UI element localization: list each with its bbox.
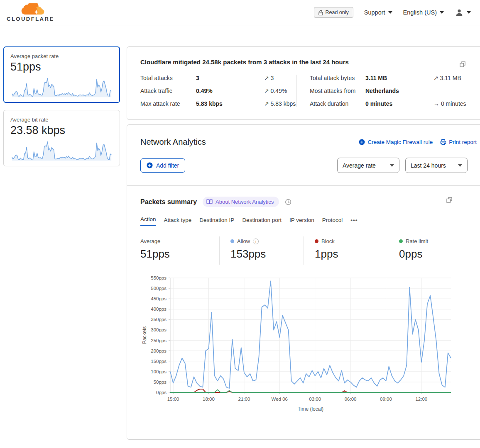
y-tick-label: 150pps — [151, 359, 167, 364]
print-report-link[interactable]: Print report — [440, 139, 477, 145]
info-icon[interactable]: i — [253, 239, 259, 244]
series-rate-limit — [170, 390, 451, 393]
stat-average: Average 51pps — [140, 236, 219, 265]
summary-row-value: Netherlands — [365, 88, 428, 94]
stat-value: 51pps — [140, 248, 219, 261]
summary-row-trend: → 0 minutes — [433, 100, 478, 107]
summary-row-label: Attack traffic — [140, 88, 190, 94]
language-label: English (US) — [403, 9, 437, 16]
tab-ip-version[interactable]: IP version — [289, 217, 314, 226]
chevron-down-icon — [388, 11, 392, 14]
card-average-bit-rate[interactable]: Average bit rate 23.58 kbps — [3, 110, 120, 166]
summary-row-label: Most attacks from — [310, 88, 360, 94]
y-tick-label: 550pps — [151, 275, 167, 280]
y-tick-label: 200pps — [151, 348, 167, 353]
about-badge-label: About Network Analytics — [216, 199, 274, 205]
summary-row-label: Total attacks — [140, 75, 190, 81]
summary-left-column: Total attacks 3 ↗ 3 Attack traffic 0.49%… — [140, 75, 296, 107]
summary-row-label: Attack duration — [310, 100, 360, 107]
packets-summary-section: Packets summary About Network Analytics — [127, 186, 480, 415]
x-tick-label: 03:00 — [309, 397, 321, 402]
tab-action[interactable]: Action — [140, 216, 156, 226]
card-average-packet-rate[interactable]: Average packet rate 51pps — [3, 46, 120, 103]
stat-value: 153pps — [230, 248, 304, 261]
stat-label: Allow — [237, 238, 250, 244]
support-menu[interactable]: Support — [364, 9, 392, 16]
tabs-more-button[interactable]: ••• — [350, 217, 358, 226]
language-menu[interactable]: English (US) — [403, 9, 444, 16]
chevron-down-icon — [390, 164, 394, 167]
lock-icon — [318, 10, 323, 15]
time-range-select[interactable]: Last 24 hours — [405, 158, 468, 173]
popout-icon[interactable] — [446, 197, 453, 205]
packets-summary-title: Packets summary — [140, 198, 197, 206]
tab-attack-type[interactable]: Attack type — [164, 217, 192, 226]
create-rule-label: Create Magic Firewall rule — [367, 139, 433, 145]
summary-row-value: 0 minutes — [365, 100, 428, 107]
packet-rate-sparkline — [10, 76, 113, 98]
stat-label: Rate limit — [406, 238, 428, 244]
chevron-down-icon — [467, 11, 471, 14]
metric-sidebar: Average packet rate 51pps Average bit ra… — [3, 46, 120, 173]
y-tick-label: 0pps — [156, 390, 167, 395]
history-clock-icon[interactable] — [285, 199, 291, 205]
stat-value: 1pps — [315, 248, 388, 261]
summary-row-trend: ↗ 3.11 MB — [433, 75, 478, 81]
stat-label: Block — [321, 238, 335, 244]
read-only-label: Read only — [326, 10, 349, 15]
tab-protocol[interactable]: Protocol — [322, 217, 343, 226]
network-analytics-title: Network Analytics — [140, 137, 206, 147]
x-tick-label: Wed 06 — [272, 397, 288, 402]
y-axis-label: Packets — [142, 326, 147, 344]
stat-value: 0pps — [399, 248, 472, 261]
packets-time-series-chart[interactable]: 0pps50pps100pps150pps200pps250pps300pps3… — [140, 272, 455, 413]
metric-value: 51pps — [10, 61, 113, 73]
y-tick-label: 500pps — [151, 286, 167, 291]
create-magic-firewall-rule-link[interactable]: Create Magic Firewall rule — [359, 139, 433, 145]
y-tick-label: 50pps — [154, 380, 167, 385]
series-allow — [170, 281, 451, 389]
y-tick-label: 100pps — [151, 369, 167, 374]
stat-allow: Allow i 153pps — [219, 236, 304, 265]
y-tick-label: 350pps — [151, 317, 167, 322]
x-tick-label: 21:00 — [238, 397, 250, 402]
popout-icon[interactable] — [459, 61, 466, 69]
summary-row-label: Total attack bytes — [310, 75, 360, 81]
summary-row-value: 3 — [196, 75, 258, 81]
summary-row-trend — [433, 88, 478, 94]
cloudflare-wordmark: CLOUDFLARE — [7, 16, 54, 22]
metric-label: Average bit rate — [10, 117, 113, 123]
tab-destination-port[interactable]: Destination port — [242, 217, 282, 226]
summary-row-value: 5.83 kbps — [196, 100, 258, 107]
add-filter-button[interactable]: Add filter — [140, 158, 185, 173]
packets-chart-container: 0pps50pps100pps150pps200pps250pps300pps3… — [140, 272, 478, 415]
metric-label: Average packet rate — [10, 53, 113, 59]
stats-row: Average 51pps Allow i 153pps Block — [140, 236, 478, 265]
cloudflare-logo[interactable]: CLOUDFLARE — [7, 3, 54, 22]
summary-row-trend: ↗ 3 — [264, 75, 296, 81]
tab-destination-ip[interactable]: Destination IP — [199, 217, 234, 226]
read-only-badge: Read only — [314, 7, 353, 18]
packets-tabs: Action Attack type Destination IP Destin… — [140, 216, 478, 226]
plus-circle-icon — [147, 162, 153, 168]
about-network-analytics-badge[interactable]: About Network Analytics — [203, 197, 279, 207]
metric-value: 23.58 kbps — [10, 124, 113, 137]
chevron-down-icon — [458, 164, 462, 167]
print-report-label: Print report — [449, 139, 477, 145]
stat-rate-limit: Rate limit 0pps — [388, 236, 472, 265]
stat-block: Block 1pps — [304, 236, 388, 265]
plus-circle-icon — [359, 139, 365, 145]
metric-select[interactable]: Average rate — [337, 158, 399, 173]
main-content: Cloudflare mitigated 24.58k packets from… — [127, 46, 480, 440]
metric-select-value: Average rate — [343, 162, 376, 169]
series-block — [170, 389, 451, 392]
x-tick-label: 09:00 — [380, 397, 392, 402]
account-menu[interactable] — [455, 8, 471, 17]
attack-summary-title: Cloudflare mitigated 24.58k packets from… — [140, 58, 478, 66]
chevron-down-icon — [440, 11, 444, 14]
summary-row-label: Max attack rate — [140, 100, 190, 107]
y-tick-label: 400pps — [151, 307, 167, 312]
attack-summary-card: Cloudflare mitigated 24.58k packets from… — [127, 46, 480, 120]
summary-row-trend: ↗ 0.49% — [264, 88, 296, 94]
x-tick-label: 06:00 — [345, 397, 357, 402]
